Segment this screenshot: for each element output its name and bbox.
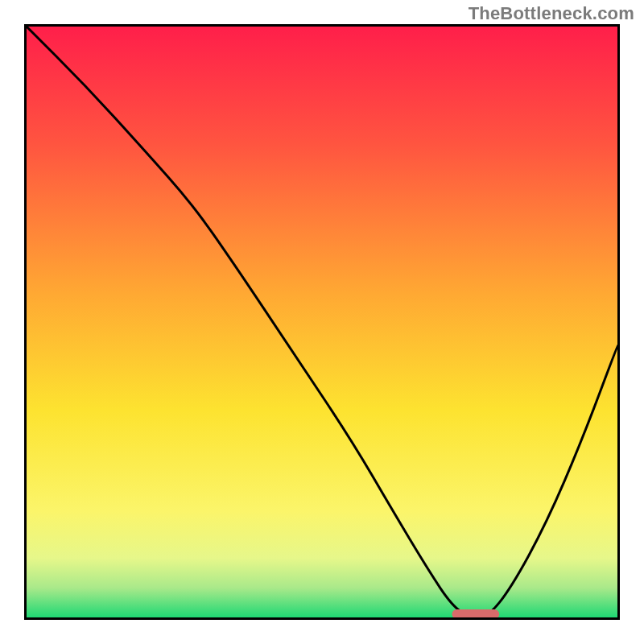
chart-svg xyxy=(24,24,620,620)
bottleneck-chart xyxy=(24,24,620,620)
watermark-text: TheBottleneck.com xyxy=(469,3,634,24)
gradient-background xyxy=(27,27,617,617)
